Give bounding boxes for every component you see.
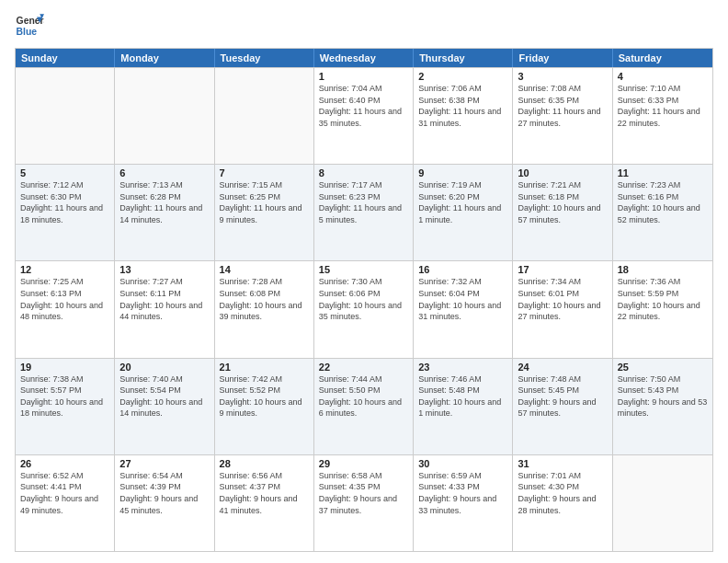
calendar-row-1: 1Sunrise: 7:04 AMSunset: 6:40 PMDaylight… — [16, 67, 712, 164]
day-info: Sunrise: 7:21 AMSunset: 6:18 PMDaylight:… — [518, 179, 607, 225]
day-cell-14: 14Sunrise: 7:28 AMSunset: 6:08 PMDayligh… — [215, 261, 314, 357]
day-cell-13: 13Sunrise: 7:27 AMSunset: 6:11 PMDayligh… — [115, 261, 214, 357]
day-cell-19: 19Sunrise: 7:38 AMSunset: 5:57 PMDayligh… — [16, 359, 115, 454]
day-number: 16 — [418, 264, 507, 275]
day-number: 8 — [319, 167, 408, 178]
day-number: 25 — [618, 362, 708, 373]
day-info: Sunrise: 7:34 AMSunset: 6:01 PMDaylight:… — [518, 276, 607, 322]
calendar: SundayMondayTuesdayWednesdayThursdayFrid… — [15, 48, 713, 552]
day-number: 6 — [119, 167, 209, 178]
day-info: Sunrise: 6:56 AMSunset: 4:37 PMDaylight:… — [220, 470, 309, 516]
empty-cell — [613, 455, 712, 551]
day-number: 14 — [220, 264, 309, 275]
day-info: Sunrise: 7:17 AMSunset: 6:23 PMDaylight:… — [319, 179, 408, 225]
calendar-row-4: 19Sunrise: 7:38 AMSunset: 5:57 PMDayligh… — [16, 358, 712, 454]
calendar-row-5: 26Sunrise: 6:52 AMSunset: 4:41 PMDayligh… — [16, 454, 712, 551]
day-number: 18 — [618, 264, 708, 275]
day-info: Sunrise: 7:48 AMSunset: 5:45 PMDaylight:… — [518, 373, 607, 419]
day-info: Sunrise: 7:25 AMSunset: 6:13 PMDaylight:… — [20, 276, 109, 322]
logo: General Blue — [15, 11, 44, 40]
day-number: 20 — [119, 362, 209, 373]
day-cell-11: 11Sunrise: 7:23 AMSunset: 6:16 PMDayligh… — [613, 165, 712, 260]
day-cell-1: 1Sunrise: 7:04 AMSunset: 6:40 PMDaylight… — [314, 68, 414, 164]
page-header: General Blue — [15, 11, 713, 40]
day-cell-31: 31Sunrise: 7:01 AMSunset: 4:30 PMDayligh… — [513, 455, 612, 551]
day-cell-26: 26Sunrise: 6:52 AMSunset: 4:41 PMDayligh… — [16, 455, 115, 551]
day-cell-15: 15Sunrise: 7:30 AMSunset: 6:06 PMDayligh… — [314, 261, 414, 357]
day-number: 10 — [518, 167, 607, 178]
day-info: Sunrise: 7:04 AMSunset: 6:40 PMDaylight:… — [319, 83, 408, 129]
day-info: Sunrise: 7:36 AMSunset: 5:59 PMDaylight:… — [618, 276, 708, 322]
day-info: Sunrise: 7:30 AMSunset: 6:06 PMDaylight:… — [319, 276, 408, 322]
day-info: Sunrise: 7:27 AMSunset: 6:11 PMDaylight:… — [119, 276, 209, 322]
day-info: Sunrise: 7:42 AMSunset: 5:52 PMDaylight:… — [220, 373, 309, 419]
day-info: Sunrise: 7:38 AMSunset: 5:57 PMDaylight:… — [20, 373, 109, 419]
day-info: Sunrise: 7:12 AMSunset: 6:30 PMDaylight:… — [20, 179, 109, 225]
day-number: 19 — [20, 362, 109, 373]
day-cell-17: 17Sunrise: 7:34 AMSunset: 6:01 PMDayligh… — [513, 261, 612, 357]
day-info: Sunrise: 7:08 AMSunset: 6:35 PMDaylight:… — [518, 83, 607, 129]
day-number: 29 — [319, 458, 408, 469]
day-cell-2: 2Sunrise: 7:06 AMSunset: 6:38 PMDaylight… — [414, 68, 513, 164]
empty-cell — [215, 68, 314, 164]
day-info: Sunrise: 6:52 AMSunset: 4:41 PMDaylight:… — [20, 470, 109, 516]
day-number: 17 — [518, 264, 607, 275]
day-cell-30: 30Sunrise: 6:59 AMSunset: 4:33 PMDayligh… — [414, 455, 513, 551]
day-info: Sunrise: 7:40 AMSunset: 5:54 PMDaylight:… — [119, 373, 209, 419]
day-info: Sunrise: 7:01 AMSunset: 4:30 PMDaylight:… — [518, 470, 607, 516]
day-cell-20: 20Sunrise: 7:40 AMSunset: 5:54 PMDayligh… — [115, 359, 214, 454]
day-number: 26 — [20, 458, 109, 469]
calendar-body: 1Sunrise: 7:04 AMSunset: 6:40 PMDaylight… — [16, 67, 712, 551]
day-info: Sunrise: 7:28 AMSunset: 6:08 PMDaylight:… — [220, 276, 309, 322]
day-info: Sunrise: 7:13 AMSunset: 6:28 PMDaylight:… — [119, 179, 209, 225]
day-number: 3 — [518, 71, 607, 82]
day-number: 15 — [319, 264, 408, 275]
day-number: 28 — [220, 458, 309, 469]
day-number: 7 — [220, 167, 309, 178]
empty-cell — [16, 68, 115, 164]
calendar-row-2: 5Sunrise: 7:12 AMSunset: 6:30 PMDaylight… — [16, 164, 712, 260]
day-cell-29: 29Sunrise: 6:58 AMSunset: 4:35 PMDayligh… — [314, 455, 414, 551]
day-cell-25: 25Sunrise: 7:50 AMSunset: 5:43 PMDayligh… — [613, 359, 712, 454]
day-cell-7: 7Sunrise: 7:15 AMSunset: 6:25 PMDaylight… — [215, 165, 314, 260]
weekday-header-friday: Friday — [513, 49, 612, 67]
day-info: Sunrise: 7:19 AMSunset: 6:20 PMDaylight:… — [418, 179, 507, 225]
day-cell-5: 5Sunrise: 7:12 AMSunset: 6:30 PMDaylight… — [16, 165, 115, 260]
day-info: Sunrise: 6:58 AMSunset: 4:35 PMDaylight:… — [319, 470, 408, 516]
day-number: 13 — [119, 264, 209, 275]
day-cell-18: 18Sunrise: 7:36 AMSunset: 5:59 PMDayligh… — [613, 261, 712, 357]
day-info: Sunrise: 7:23 AMSunset: 6:16 PMDaylight:… — [618, 179, 708, 225]
day-cell-9: 9Sunrise: 7:19 AMSunset: 6:20 PMDaylight… — [414, 165, 513, 260]
day-cell-6: 6Sunrise: 7:13 AMSunset: 6:28 PMDaylight… — [115, 165, 214, 260]
day-cell-21: 21Sunrise: 7:42 AMSunset: 5:52 PMDayligh… — [215, 359, 314, 454]
day-number: 11 — [618, 167, 708, 178]
day-number: 2 — [418, 71, 507, 82]
day-info: Sunrise: 7:15 AMSunset: 6:25 PMDaylight:… — [220, 179, 309, 225]
day-cell-23: 23Sunrise: 7:46 AMSunset: 5:48 PMDayligh… — [414, 359, 513, 454]
day-number: 22 — [319, 362, 408, 373]
day-info: Sunrise: 7:32 AMSunset: 6:04 PMDaylight:… — [418, 276, 507, 322]
day-cell-27: 27Sunrise: 6:54 AMSunset: 4:39 PMDayligh… — [115, 455, 214, 551]
day-cell-16: 16Sunrise: 7:32 AMSunset: 6:04 PMDayligh… — [414, 261, 513, 357]
day-info: Sunrise: 7:44 AMSunset: 5:50 PMDaylight:… — [319, 373, 408, 419]
day-number: 30 — [418, 458, 507, 469]
day-info: Sunrise: 7:06 AMSunset: 6:38 PMDaylight:… — [418, 83, 507, 129]
calendar-row-3: 12Sunrise: 7:25 AMSunset: 6:13 PMDayligh… — [16, 260, 712, 357]
day-number: 5 — [20, 167, 109, 178]
day-info: Sunrise: 7:10 AMSunset: 6:33 PMDaylight:… — [618, 83, 708, 129]
weekday-header-monday: Monday — [115, 49, 214, 67]
day-number: 12 — [20, 264, 109, 275]
day-number: 21 — [220, 362, 309, 373]
day-number: 24 — [518, 362, 607, 373]
day-cell-28: 28Sunrise: 6:56 AMSunset: 4:37 PMDayligh… — [215, 455, 314, 551]
day-cell-24: 24Sunrise: 7:48 AMSunset: 5:45 PMDayligh… — [513, 359, 612, 454]
weekday-header-sunday: Sunday — [16, 49, 115, 67]
day-cell-8: 8Sunrise: 7:17 AMSunset: 6:23 PMDaylight… — [314, 165, 414, 260]
day-number: 27 — [119, 458, 209, 469]
day-number: 31 — [518, 458, 607, 469]
day-info: Sunrise: 6:54 AMSunset: 4:39 PMDaylight:… — [119, 470, 209, 516]
day-info: Sunrise: 6:59 AMSunset: 4:33 PMDaylight:… — [418, 470, 507, 516]
weekday-header-saturday: Saturday — [613, 49, 712, 67]
day-number: 1 — [319, 71, 408, 82]
day-cell-22: 22Sunrise: 7:44 AMSunset: 5:50 PMDayligh… — [314, 359, 414, 454]
